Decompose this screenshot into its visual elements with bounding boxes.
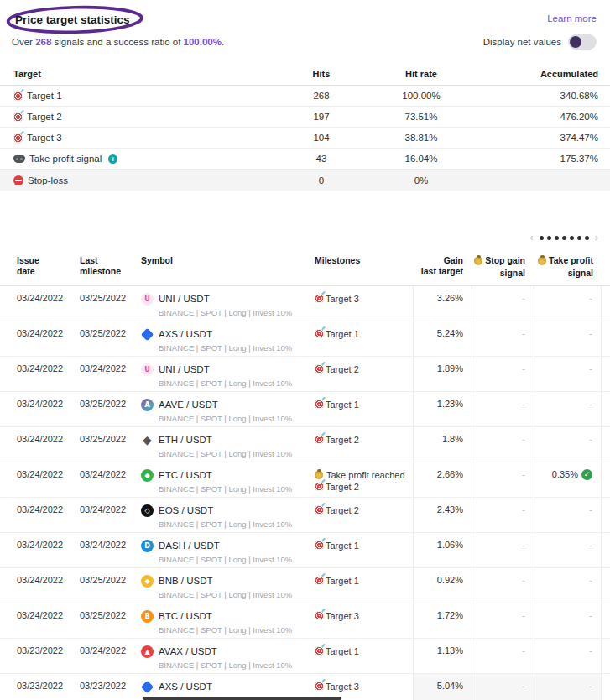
last-milestone-cell: 03/24/2022: [80, 639, 141, 673]
milestones-cell: Target 2: [315, 427, 413, 462]
issue-date-cell: 03/24/2022: [17, 427, 80, 462]
gain-cell: 1.72%: [413, 603, 472, 638]
horizontal-scrollbar-thumb[interactable]: [143, 697, 341, 700]
stop-gain-value: -: [522, 328, 525, 338]
stats-row[interactable]: Stop-loss00%: [0, 170, 610, 191]
col-symbol: Symbol: [141, 255, 315, 266]
coin-icon: ◆: [141, 575, 154, 588]
stats-row[interactable]: Target 1268100.00%340.68%: [0, 86, 610, 107]
symbol-meta: BINANCE | SPOT | Long | Invest 10%: [141, 661, 315, 670]
controller-icon: [13, 155, 25, 163]
last-milestone-cell: 03/25/2022: [80, 286, 141, 321]
symbol-name: AXS / USDT: [159, 682, 212, 692]
pagination-dot[interactable]: [577, 236, 581, 240]
symbol-meta: BINANCE | SPOT | Long | Invest 10%: [141, 484, 315, 494]
coin-icon: B: [141, 610, 154, 623]
symbol-name-row: ◇EOS / USDT: [141, 504, 315, 517]
symbol-name-row: AAAVE / USDT: [141, 399, 315, 411]
target-label-cell: Take profit signali: [13, 154, 279, 164]
signal-row[interactable]: 03/24/202203/24/2022DDASH / USDTBINANCE …: [0, 533, 610, 568]
gain-cell: 1.13%: [413, 639, 472, 673]
target-label: Target 2: [27, 112, 62, 122]
gain-cell: 0.92%: [413, 568, 472, 603]
signal-row[interactable]: 03/24/202203/24/2022◇EOS / USDTBINANCE |…: [0, 498, 610, 533]
accumulated-cell: 374.47%: [479, 133, 598, 143]
last-milestone-cell: 03/25/2022: [80, 568, 141, 603]
header-line: Gain: [444, 255, 463, 265]
pagination-dot[interactable]: [555, 236, 559, 240]
col-last-milestone: Lastmilestone: [80, 255, 141, 277]
symbol-name: AXS / USDT: [159, 329, 212, 339]
symbol-meta: BINANCE | SPOT | Long | Invest 10%: [141, 449, 315, 458]
stop-gain-cell: -: [472, 357, 534, 391]
gain-cell: 2.43%: [413, 498, 472, 532]
milestones-cell: Target 1: [315, 568, 413, 603]
milestone-line: Target 1: [315, 399, 413, 410]
target-icon: [315, 611, 324, 620]
pagination-prev-icon[interactable]: ‹: [529, 232, 533, 243]
signal-row[interactable]: 03/23/202203/24/2022▲AVAX / USDTBINANCE …: [0, 639, 610, 674]
milestone-label: Target 1: [326, 645, 359, 657]
signal-row[interactable]: 03/24/202203/25/2022◆ETH / USDTBINANCE |…: [0, 427, 610, 462]
target-icon: [315, 482, 324, 491]
header: Price target statistics Learn more: [0, 0, 610, 33]
stop-gain-cell: -: [472, 427, 534, 462]
symbol-cell: AAAVE / USDTBINANCE | SPOT | Long | Inve…: [141, 392, 315, 426]
issue-date-cell: 03/24/2022: [17, 568, 80, 603]
col-hit-rate: Hit rate: [363, 69, 479, 79]
milestones-cell: Target 3: [315, 603, 413, 638]
stats-row[interactable]: Target 219773.51%476.20%: [0, 107, 610, 128]
target-label-cell: Target 3: [13, 133, 279, 143]
symbol-name-row: UUNI / USDT: [141, 293, 315, 306]
col-target: Target: [13, 69, 279, 79]
col-issue-date: Issuedate: [17, 255, 80, 277]
milestone-line: Target 2: [315, 481, 413, 493]
target-icon: [315, 505, 324, 515]
signal-row[interactable]: 03/24/202203/25/2022BBTC / USDTBINANCE |…: [0, 603, 610, 639]
signal-row[interactable]: 03/24/202203/25/2022◆BNB / USDTBINANCE |…: [0, 568, 610, 603]
gain-cell: 1.8%: [413, 427, 472, 462]
target-icon: [315, 541, 324, 550]
info-icon[interactable]: i: [108, 154, 117, 164]
display-net-values-toggle[interactable]: [568, 34, 597, 50]
stats-table: Target Hits Hit rate Accumulated Target …: [0, 63, 610, 191]
pagination-dot[interactable]: [570, 236, 574, 240]
pagination-dot[interactable]: [585, 236, 589, 240]
pagination-dot[interactable]: [547, 236, 551, 240]
pagination-next-icon[interactable]: ›: [595, 232, 598, 243]
target-icon: [315, 682, 324, 691]
stop-gain-value: -: [522, 610, 525, 620]
take-profit-cell: -: [534, 603, 602, 638]
stats-row[interactable]: Target 310438.81%374.47%: [0, 128, 610, 149]
learn-more-link[interactable]: Learn more: [547, 13, 597, 24]
signal-row[interactable]: 03/24/202203/25/2022AXS / USDTBINANCE | …: [0, 321, 610, 357]
signal-row[interactable]: 03/24/202203/25/2022AAAVE / USDTBINANCE …: [0, 392, 610, 427]
symbol-meta: BINANCE | SPOT | Long | Invest 10%: [141, 379, 315, 388]
take-profit-value: -: [589, 293, 592, 303]
issue-date-cell: 03/23/2022: [17, 639, 80, 673]
pagination-dot[interactable]: [540, 236, 544, 240]
signal-row[interactable]: 03/24/202203/24/2022◆ETC / USDTBINANCE |…: [0, 462, 610, 498]
target-label: Target 3: [27, 133, 62, 143]
money-bag-icon: [538, 257, 546, 265]
milestone-line: Target 3: [315, 681, 413, 692]
symbol-name-row: BBTC / USDT: [141, 610, 315, 623]
signal-row[interactable]: 03/24/202203/24/2022UUNI / USDTBINANCE |…: [0, 357, 610, 392]
hit-rate-cell: 73.51%: [363, 112, 479, 122]
stop-gain-cell: -: [472, 321, 534, 356]
take-profit-value-wrap: -: [589, 540, 592, 550]
stats-table-header: Target Hits Hit rate Accumulated: [0, 63, 610, 86]
target-icon: [13, 133, 23, 143]
symbol-meta: BINANCE | SPOT | Long | Invest 10%: [141, 555, 315, 564]
accumulated-cell: 476.20%: [479, 112, 598, 122]
signal-row[interactable]: 03/24/202203/25/2022UUNI / USDTBINANCE |…: [0, 286, 610, 321]
signals-table-header: Issuedate Lastmilestone Symbol Milestone…: [0, 250, 610, 286]
pagination-dot[interactable]: [562, 236, 566, 240]
take-profit-cell: -: [534, 674, 602, 700]
stats-row[interactable]: Take profit signali4316.04%175.37%: [0, 149, 610, 170]
coin-icon: ◆: [141, 434, 154, 447]
subtitle-text: .: [222, 37, 224, 47]
take-profit-value: 0.35%: [552, 469, 578, 479]
symbol-name-row: DDASH / USDT: [141, 540, 315, 552]
take-profit-value-wrap: -: [589, 610, 592, 620]
